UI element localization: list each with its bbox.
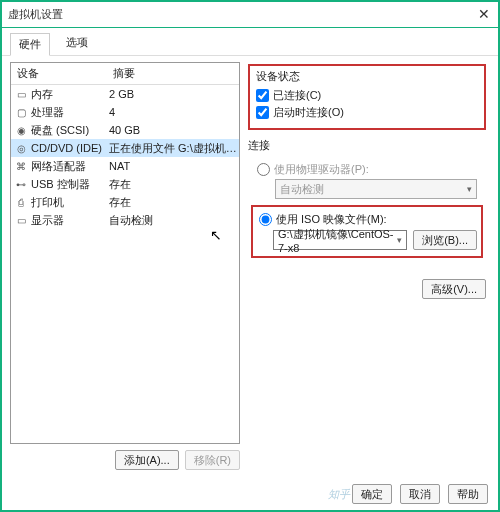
left-buttons: 添加(A)... 移除(R) xyxy=(10,444,240,470)
device-name: 处理器 xyxy=(31,105,64,120)
device-name: 打印机 xyxy=(31,195,64,210)
right-panel: 设备状态 已连接(C) 启动时连接(O) 连接 使用物理驱动器(P): 自动检测 xyxy=(246,62,490,470)
iso-path-dropdown[interactable]: G:\虚拟机镜像\CentOS-7-x8 ▾ xyxy=(273,230,407,250)
ok-button[interactable]: 确定 xyxy=(352,484,392,504)
device-row[interactable]: ◉硬盘 (SCSI)40 GB xyxy=(11,121,239,139)
device-icon: ⎙ xyxy=(15,196,27,208)
advanced-row: 高级(V)... xyxy=(248,279,486,299)
device-icon: ◉ xyxy=(15,124,27,136)
device-summary: 2 GB xyxy=(107,88,239,100)
iso-radio[interactable] xyxy=(259,213,272,226)
left-panel: 设备 摘要 ▭内存2 GB▢处理器4◉硬盘 (SCSI)40 GB◎CD/DVD… xyxy=(10,62,240,470)
add-button[interactable]: 添加(A)... xyxy=(115,450,179,470)
advanced-button[interactable]: 高级(V)... xyxy=(422,279,486,299)
device-row[interactable]: ⌘网络适配器NAT xyxy=(11,157,239,175)
device-row[interactable]: ▭显示器自动检测 xyxy=(11,211,239,229)
device-icon: ⊷ xyxy=(15,178,27,190)
device-icon: ⌘ xyxy=(15,160,27,172)
connected-checkbox[interactable]: 已连接(C) xyxy=(256,88,480,103)
close-icon[interactable]: ✕ xyxy=(478,6,490,22)
iso-radio-row[interactable]: 使用 ISO 映像文件(M): xyxy=(259,212,477,227)
device-summary: 自动检测 xyxy=(107,213,239,228)
tabs: 硬件 选项 xyxy=(2,28,498,56)
physical-radio-row[interactable]: 使用物理驱动器(P): xyxy=(257,162,483,177)
autodetect-text: 自动检测 xyxy=(280,182,324,197)
col-device: 设备 xyxy=(11,63,107,84)
device-name: 网络适配器 xyxy=(31,159,86,174)
connection-title: 连接 xyxy=(248,138,486,153)
poweron-input[interactable] xyxy=(256,106,269,119)
window-title: 虚拟机设置 xyxy=(8,7,63,22)
physical-dropdown: 自动检测 ▾ xyxy=(275,179,477,199)
chevron-down-icon: ▾ xyxy=(467,184,472,194)
iso-group: 使用 ISO 映像文件(M): G:\虚拟机镜像\CentOS-7-x8 ▾ 浏… xyxy=(251,205,483,258)
settings-window: 虚拟机设置 ✕ 硬件 选项 设备 摘要 ▭内存2 GB▢处理器4◉硬盘 (SCS… xyxy=(0,0,500,512)
device-icon: ▭ xyxy=(15,214,27,226)
connection-group: 使用物理驱动器(P): 自动检测 ▾ 使用 ISO 映像文件(M): G:\虚拟… xyxy=(248,157,486,273)
help-button[interactable]: 帮助 xyxy=(448,484,488,504)
device-header: 设备 摘要 xyxy=(11,63,239,85)
device-name: 显示器 xyxy=(31,213,64,228)
device-summary: 正在使用文件 G:\虚拟机镜像\C... xyxy=(107,141,239,156)
poweron-checkbox[interactable]: 启动时连接(O) xyxy=(256,105,480,120)
device-row[interactable]: ⊷USB 控制器存在 xyxy=(11,175,239,193)
device-row[interactable]: ◎CD/DVD (IDE)正在使用文件 G:\虚拟机镜像\C... xyxy=(11,139,239,157)
tab-options[interactable]: 选项 xyxy=(58,32,96,55)
content-area: 设备 摘要 ▭内存2 GB▢处理器4◉硬盘 (SCSI)40 GB◎CD/DVD… xyxy=(2,56,498,476)
device-row[interactable]: ▢处理器4 xyxy=(11,103,239,121)
device-name: 内存 xyxy=(31,87,53,102)
iso-label: 使用 ISO 映像文件(M): xyxy=(276,212,387,227)
tab-hardware[interactable]: 硬件 xyxy=(10,33,50,56)
status-title: 设备状态 xyxy=(256,69,480,84)
device-row[interactable]: ▭内存2 GB xyxy=(11,85,239,103)
titlebar: 虚拟机设置 ✕ xyxy=(2,2,498,28)
device-summary: 40 GB xyxy=(107,124,239,136)
connected-input[interactable] xyxy=(256,89,269,102)
remove-button: 移除(R) xyxy=(185,450,240,470)
device-list[interactable]: 设备 摘要 ▭内存2 GB▢处理器4◉硬盘 (SCSI)40 GB◎CD/DVD… xyxy=(10,62,240,444)
poweron-label: 启动时连接(O) xyxy=(273,105,344,120)
footer: 确定 取消 帮助 xyxy=(352,484,488,504)
device-name: 硬盘 (SCSI) xyxy=(31,123,89,138)
connected-label: 已连接(C) xyxy=(273,88,321,103)
physical-label: 使用物理驱动器(P): xyxy=(274,162,369,177)
device-summary: NAT xyxy=(107,160,239,172)
device-summary: 存在 xyxy=(107,195,239,210)
device-summary: 存在 xyxy=(107,177,239,192)
device-icon: ▢ xyxy=(15,106,27,118)
device-name: USB 控制器 xyxy=(31,177,90,192)
browse-button[interactable]: 浏览(B)... xyxy=(413,230,477,250)
device-summary: 4 xyxy=(107,106,239,118)
physical-radio[interactable] xyxy=(257,163,270,176)
device-icon: ◎ xyxy=(15,142,27,154)
device-name: CD/DVD (IDE) xyxy=(31,142,102,154)
status-group: 设备状态 已连接(C) 启动时连接(O) xyxy=(248,64,486,130)
chevron-down-icon[interactable]: ▾ xyxy=(397,235,402,245)
cancel-button[interactable]: 取消 xyxy=(400,484,440,504)
iso-path-text: G:\虚拟机镜像\CentOS-7-x8 xyxy=(278,227,397,254)
device-row[interactable]: ⎙打印机存在 xyxy=(11,193,239,211)
col-summary: 摘要 xyxy=(107,63,239,84)
device-icon: ▭ xyxy=(15,88,27,100)
